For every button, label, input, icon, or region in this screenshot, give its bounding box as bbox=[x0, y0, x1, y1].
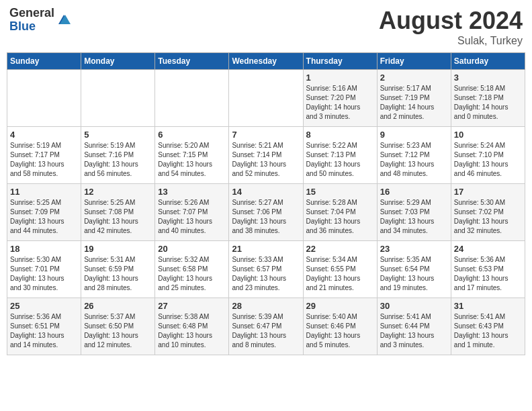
day-info: Sunrise: 5:39 AM Sunset: 6:47 PM Dayligh… bbox=[232, 312, 300, 350]
day-info: Sunrise: 5:32 AM Sunset: 6:58 PM Dayligh… bbox=[158, 255, 226, 293]
day-info: Sunrise: 5:35 AM Sunset: 6:54 PM Dayligh… bbox=[380, 255, 448, 293]
day-info: Sunrise: 5:30 AM Sunset: 7:01 PM Dayligh… bbox=[10, 255, 78, 293]
week-row-3: 11Sunrise: 5:25 AM Sunset: 7:09 PM Dayli… bbox=[7, 184, 525, 241]
day-number: 4 bbox=[10, 130, 78, 140]
day-info: Sunrise: 5:41 AM Sunset: 6:44 PM Dayligh… bbox=[380, 312, 448, 350]
logo: General Blue bbox=[9, 7, 72, 34]
day-number: 7 bbox=[232, 130, 300, 140]
day-cell: 10Sunrise: 5:24 AM Sunset: 7:10 PM Dayli… bbox=[451, 127, 525, 184]
day-cell bbox=[229, 70, 303, 127]
day-cell: 29Sunrise: 5:40 AM Sunset: 6:46 PM Dayli… bbox=[303, 298, 377, 355]
day-number: 24 bbox=[454, 244, 522, 254]
day-cell: 4Sunrise: 5:19 AM Sunset: 7:17 PM Daylig… bbox=[7, 127, 81, 184]
day-info: Sunrise: 5:20 AM Sunset: 7:15 PM Dayligh… bbox=[158, 141, 226, 179]
day-cell bbox=[7, 70, 81, 127]
day-info: Sunrise: 5:21 AM Sunset: 7:14 PM Dayligh… bbox=[232, 141, 300, 179]
header-tuesday: Tuesday bbox=[155, 53, 229, 70]
day-cell: 25Sunrise: 5:36 AM Sunset: 6:51 PM Dayli… bbox=[7, 298, 81, 355]
day-number: 21 bbox=[232, 244, 300, 254]
day-number: 30 bbox=[380, 301, 448, 311]
day-info: Sunrise: 5:38 AM Sunset: 6:48 PM Dayligh… bbox=[158, 312, 226, 350]
day-cell: 9Sunrise: 5:23 AM Sunset: 7:12 PM Daylig… bbox=[377, 127, 451, 184]
day-number: 2 bbox=[380, 73, 448, 83]
day-number: 15 bbox=[306, 187, 374, 197]
day-cell: 20Sunrise: 5:32 AM Sunset: 6:58 PM Dayli… bbox=[155, 241, 229, 298]
header-sunday: Sunday bbox=[7, 53, 81, 70]
day-cell: 6Sunrise: 5:20 AM Sunset: 7:15 PM Daylig… bbox=[155, 127, 229, 184]
day-cell bbox=[81, 70, 155, 127]
week-row-5: 25Sunrise: 5:36 AM Sunset: 6:51 PM Dayli… bbox=[7, 298, 525, 355]
day-cell: 31Sunrise: 5:41 AM Sunset: 6:43 PM Dayli… bbox=[451, 298, 525, 355]
day-number: 22 bbox=[306, 244, 374, 254]
header-friday: Friday bbox=[377, 53, 451, 70]
day-info: Sunrise: 5:34 AM Sunset: 6:55 PM Dayligh… bbox=[306, 255, 374, 293]
day-info: Sunrise: 5:18 AM Sunset: 7:18 PM Dayligh… bbox=[454, 84, 522, 122]
day-number: 14 bbox=[232, 187, 300, 197]
header-saturday: Saturday bbox=[451, 53, 525, 70]
day-number: 16 bbox=[380, 187, 448, 197]
day-number: 19 bbox=[84, 244, 152, 254]
day-info: Sunrise: 5:41 AM Sunset: 6:43 PM Dayligh… bbox=[454, 312, 522, 350]
day-number: 13 bbox=[158, 187, 226, 197]
day-number: 23 bbox=[380, 244, 448, 254]
day-info: Sunrise: 5:24 AM Sunset: 7:10 PM Dayligh… bbox=[454, 141, 522, 179]
day-cell: 1Sunrise: 5:16 AM Sunset: 7:20 PM Daylig… bbox=[303, 70, 377, 127]
day-number: 9 bbox=[380, 130, 448, 140]
day-number: 25 bbox=[10, 301, 78, 311]
header-wednesday: Wednesday bbox=[229, 53, 303, 70]
logo-general: General bbox=[9, 7, 54, 20]
week-row-4: 18Sunrise: 5:30 AM Sunset: 7:01 PM Dayli… bbox=[7, 241, 525, 298]
day-info: Sunrise: 5:23 AM Sunset: 7:12 PM Dayligh… bbox=[380, 141, 448, 179]
week-row-1: 1Sunrise: 5:16 AM Sunset: 7:20 PM Daylig… bbox=[7, 70, 525, 127]
logo-blue: Blue bbox=[9, 20, 54, 34]
page-header: General Blue August 2024 Sulak, Turkey bbox=[7, 7, 525, 47]
day-cell: 30Sunrise: 5:41 AM Sunset: 6:44 PM Dayli… bbox=[377, 298, 451, 355]
day-number: 20 bbox=[158, 244, 226, 254]
day-cell: 22Sunrise: 5:34 AM Sunset: 6:55 PM Dayli… bbox=[303, 241, 377, 298]
day-cell: 12Sunrise: 5:25 AM Sunset: 7:08 PM Dayli… bbox=[81, 184, 155, 241]
day-info: Sunrise: 5:26 AM Sunset: 7:07 PM Dayligh… bbox=[158, 198, 226, 236]
day-number: 5 bbox=[84, 130, 152, 140]
day-cell: 11Sunrise: 5:25 AM Sunset: 7:09 PM Dayli… bbox=[7, 184, 81, 241]
day-info: Sunrise: 5:25 AM Sunset: 7:08 PM Dayligh… bbox=[84, 198, 152, 236]
day-number: 28 bbox=[232, 301, 300, 311]
day-number: 6 bbox=[158, 130, 226, 140]
title-area: August 2024 Sulak, Turkey bbox=[379, 7, 523, 47]
day-cell: 8Sunrise: 5:22 AM Sunset: 7:13 PM Daylig… bbox=[303, 127, 377, 184]
header-row: SundayMondayTuesdayWednesdayThursdayFrid… bbox=[7, 53, 525, 70]
day-info: Sunrise: 5:36 AM Sunset: 6:53 PM Dayligh… bbox=[454, 255, 522, 293]
day-cell: 17Sunrise: 5:30 AM Sunset: 7:02 PM Dayli… bbox=[451, 184, 525, 241]
day-cell: 16Sunrise: 5:29 AM Sunset: 7:03 PM Dayli… bbox=[377, 184, 451, 241]
header-thursday: Thursday bbox=[303, 53, 377, 70]
day-info: Sunrise: 5:28 AM Sunset: 7:04 PM Dayligh… bbox=[306, 198, 374, 236]
day-info: Sunrise: 5:17 AM Sunset: 7:19 PM Dayligh… bbox=[380, 84, 448, 122]
day-cell: 3Sunrise: 5:18 AM Sunset: 7:18 PM Daylig… bbox=[451, 70, 525, 127]
day-cell: 28Sunrise: 5:39 AM Sunset: 6:47 PM Dayli… bbox=[229, 298, 303, 355]
day-info: Sunrise: 5:37 AM Sunset: 6:50 PM Dayligh… bbox=[84, 312, 152, 350]
day-number: 3 bbox=[454, 73, 522, 83]
day-info: Sunrise: 5:36 AM Sunset: 6:51 PM Dayligh… bbox=[10, 312, 78, 350]
day-cell: 21Sunrise: 5:33 AM Sunset: 6:57 PM Dayli… bbox=[229, 241, 303, 298]
header-monday: Monday bbox=[81, 53, 155, 70]
day-cell: 26Sunrise: 5:37 AM Sunset: 6:50 PM Dayli… bbox=[81, 298, 155, 355]
day-info: Sunrise: 5:40 AM Sunset: 6:46 PM Dayligh… bbox=[306, 312, 374, 350]
day-number: 1 bbox=[306, 73, 374, 83]
day-cell: 23Sunrise: 5:35 AM Sunset: 6:54 PM Dayli… bbox=[377, 241, 451, 298]
day-cell: 7Sunrise: 5:21 AM Sunset: 7:14 PM Daylig… bbox=[229, 127, 303, 184]
location: Sulak, Turkey bbox=[379, 35, 523, 47]
day-number: 27 bbox=[158, 301, 226, 311]
day-info: Sunrise: 5:25 AM Sunset: 7:09 PM Dayligh… bbox=[10, 198, 78, 236]
logo-icon bbox=[56, 12, 72, 28]
day-info: Sunrise: 5:27 AM Sunset: 7:06 PM Dayligh… bbox=[232, 198, 300, 236]
day-cell: 13Sunrise: 5:26 AM Sunset: 7:07 PM Dayli… bbox=[155, 184, 229, 241]
day-cell: 2Sunrise: 5:17 AM Sunset: 7:19 PM Daylig… bbox=[377, 70, 451, 127]
logo-text: General Blue bbox=[9, 7, 54, 34]
day-cell: 18Sunrise: 5:30 AM Sunset: 7:01 PM Dayli… bbox=[7, 241, 81, 298]
day-info: Sunrise: 5:22 AM Sunset: 7:13 PM Dayligh… bbox=[306, 141, 374, 179]
day-info: Sunrise: 5:30 AM Sunset: 7:02 PM Dayligh… bbox=[454, 198, 522, 236]
day-number: 12 bbox=[84, 187, 152, 197]
month-title: August 2024 bbox=[379, 7, 523, 35]
day-number: 8 bbox=[306, 130, 374, 140]
day-info: Sunrise: 5:16 AM Sunset: 7:20 PM Dayligh… bbox=[306, 84, 374, 122]
day-number: 26 bbox=[84, 301, 152, 311]
